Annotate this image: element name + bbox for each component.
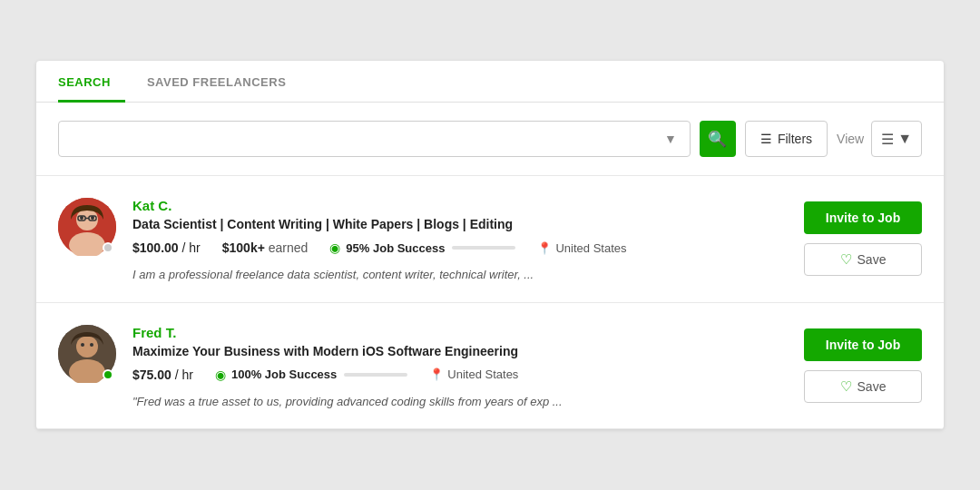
search-bar-row: ▼ 🔍 ☰ Filters View ☰ ▼ — [36, 103, 944, 176]
job-success-text: 100% Job Success — [231, 368, 337, 381]
location-wrap: 📍 United States — [429, 368, 518, 381]
freelancer-card: Kat C. Data Scientist | Content Writing … — [36, 176, 944, 303]
svg-point-1 — [76, 209, 98, 230]
view-label: View — [837, 132, 864, 146]
earned-value: $100k+ — [222, 240, 265, 255]
invite-to-job-button[interactable]: Invite to Job — [804, 201, 922, 234]
freelancer-list: Kat C. Data Scientist | Content Writing … — [36, 176, 944, 429]
save-button[interactable]: ♡ Save — [804, 243, 922, 276]
status-indicator — [103, 369, 113, 380]
card-actions: Invite to Job ♡ Save — [804, 198, 922, 276]
rate: $100.00 / hr — [132, 240, 201, 255]
shield-icon: ◉ — [215, 368, 226, 382]
job-success-wrap: ◉ 95% Job Success — [329, 240, 515, 255]
rate-value: $75.00 — [132, 368, 172, 382]
freelancer-title: Maximize Your Business with Modern iOS S… — [132, 344, 788, 358]
freelancer-title: Data Scientist | Content Writing | White… — [132, 217, 788, 231]
freelancer-name[interactable]: Kat C. — [132, 198, 788, 213]
search-input[interactable] — [68, 132, 661, 146]
freelancer-description: "Fred was a true asset to us, providing … — [132, 393, 788, 411]
save-label: Save — [858, 379, 887, 394]
card-actions: Invite to Job ♡ Save — [804, 325, 922, 403]
svg-point-11 — [81, 343, 84, 347]
rate: $75.00 / hr — [132, 368, 193, 382]
freelancer-name[interactable]: Fred T. — [132, 325, 788, 340]
job-success-bar-wrap — [344, 373, 407, 377]
location-pin-icon: 📍 — [429, 368, 444, 381]
rate-value: $100.00 — [132, 240, 179, 255]
job-success-text: 95% Job Success — [346, 241, 445, 255]
heart-icon: ♡ — [840, 251, 852, 268]
filters-button[interactable]: ☰ Filters — [745, 121, 828, 157]
freelancer-description: I am a professional freelance data scien… — [132, 266, 788, 284]
rate-suffix: / hr — [175, 368, 193, 382]
job-success-bar-wrap — [452, 246, 515, 250]
tabs-bar: Search Saved Freelancers — [36, 61, 944, 103]
search-icon: 🔍 — [708, 130, 727, 149]
rate-suffix: / hr — [182, 240, 201, 255]
view-chevron-icon: ▼ — [897, 131, 912, 147]
save-label: Save — [858, 252, 887, 267]
invite-to-job-button[interactable]: Invite to Job — [804, 328, 922, 361]
search-button[interactable]: 🔍 — [700, 121, 736, 157]
avatar-wrap — [58, 325, 116, 383]
view-section: View ☰ ▼ — [837, 121, 922, 157]
meta-row: $100.00 / hr $100k+ earned ◉ 95% Job Suc… — [132, 240, 788, 255]
earned: $100k+ earned — [222, 240, 309, 255]
avatar-wrap — [58, 198, 116, 256]
filters-icon: ☰ — [760, 132, 772, 146]
save-button[interactable]: ♡ Save — [804, 370, 922, 403]
view-toggle-button[interactable]: ☰ ▼ — [871, 121, 922, 157]
job-success-wrap: ◉ 100% Job Success — [215, 368, 407, 382]
location-text: United States — [447, 368, 518, 381]
search-input-wrap: ▼ — [58, 121, 691, 157]
freelancer-card: Fred T. Maximize Your Business with Mode… — [36, 303, 944, 430]
location-wrap: 📍 United States — [537, 241, 626, 255]
main-card: Search Saved Freelancers ▼ 🔍 ☰ Filters V… — [36, 61, 944, 429]
location-pin-icon: 📍 — [537, 241, 552, 255]
heart-icon: ♡ — [840, 378, 852, 395]
list-view-icon: ☰ — [881, 131, 894, 148]
earned-label: earned — [269, 240, 309, 255]
search-dropdown-chevron[interactable]: ▼ — [661, 132, 681, 146]
card-info: Kat C. Data Scientist | Content Writing … — [132, 198, 788, 284]
card-info: Fred T. Maximize Your Business with Mode… — [132, 325, 788, 411]
location-text: United States — [555, 241, 626, 255]
tab-search[interactable]: Search — [58, 61, 125, 103]
meta-row: $75.00 / hr ◉ 100% Job Success 📍 United … — [132, 368, 788, 382]
filters-label: Filters — [778, 132, 812, 146]
shield-icon: ◉ — [329, 240, 340, 255]
svg-point-9 — [76, 336, 98, 358]
tab-saved-freelancers[interactable]: Saved Freelancers — [147, 61, 300, 103]
svg-point-12 — [90, 343, 93, 347]
status-indicator — [103, 242, 113, 253]
